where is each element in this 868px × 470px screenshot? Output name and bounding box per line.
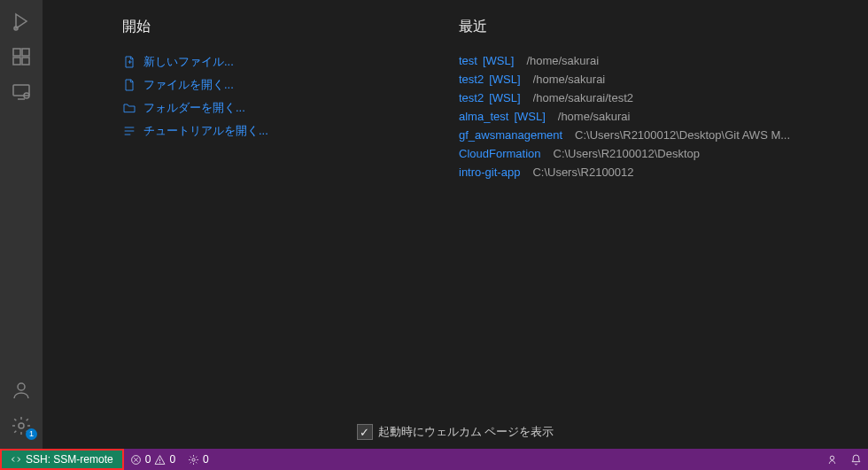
recent-item-name[interactable]: CloudFormation [459,147,541,160]
recent-item-tag: [WSL] [514,110,545,123]
extensions-icon[interactable] [0,39,43,74]
start-item-label: ファイルを開く... [143,77,234,93]
svg-rect-2 [22,49,29,56]
open-folder-icon [122,101,136,115]
recent-item: test2[WSL]/home/sakurai/test2 [459,91,833,104]
svg-point-10 [160,462,161,463]
remote-icon [11,454,21,465]
svg-rect-3 [13,58,20,65]
recent-item-name[interactable]: test2 [459,73,484,86]
problems-status[interactable]: 0 0 [124,449,182,470]
remote-label: SSH: SSM-remote [26,453,113,466]
warning-icon [154,454,166,466]
recent-item: intro-git-appC:\Users\R2100012 [459,166,833,179]
start-item[interactable]: 新しいファイル... [122,54,406,70]
recent-item-name[interactable]: gf_awsmanagement [459,128,562,142]
recent-item-name[interactable]: test2 [459,91,484,104]
show-welcome-label: 起動時にウェルカム ページを表示 [378,424,554,440]
recent-item: test[WSL]/home/sakurai [459,54,833,67]
recent-item-path: /home/sakurai [533,73,606,86]
settings-gear-icon[interactable]: 1 [0,408,43,443]
recent-item: CloudFormationC:\Users\R2100012\Desktop [459,147,833,160]
start-item-label: 新しいファイル... [143,54,234,70]
activity-bar: 1 [0,0,43,449]
recent-item: test2[WSL]/home/sakurai [459,73,833,86]
new-file-icon [122,55,136,69]
run-debug-icon[interactable] [0,4,43,39]
recent-item-tag: [WSL] [489,73,520,86]
status-bar: SSH: SSM-remote 0 0 0 [0,449,868,470]
feedback-icon[interactable] [820,449,844,470]
svg-rect-4 [22,58,29,65]
start-heading: 開始 [122,18,406,36]
svg-point-7 [18,383,25,390]
accounts-icon[interactable] [0,373,43,408]
start-item[interactable]: ファイルを開く... [122,77,406,93]
remote-indicator[interactable]: SSH: SSM-remote [0,449,124,470]
recent-item-path: C:\Users\R2100012\Desktop [554,147,700,160]
recent-item-tag: [WSL] [489,91,520,104]
recent-item: gf_awsmanagementC:\Users\R2100012\Deskto… [459,128,833,142]
recent-item: alma_test[WSL]/home/sakurai [459,110,833,123]
recent-heading: 最近 [459,18,833,36]
recent-item-tag: [WSL] [483,54,514,67]
error-count: 0 [145,453,151,466]
start-item[interactable]: チュートリアルを開く... [122,123,406,139]
ports-status[interactable]: 0 [182,449,215,470]
settings-badge: 1 [26,428,37,440]
start-item-label: チュートリアルを開く... [143,123,268,139]
recent-item-name[interactable]: intro-git-app [459,166,520,179]
error-icon [130,454,142,466]
recent-item-path: C:\Users\R2100012\Desktop\Git AWS M... [575,128,790,142]
remote-explorer-icon[interactable] [0,74,43,110]
ports-count: 0 [203,453,209,466]
recent-item-path: /home/sakurai [526,54,599,67]
walkthrough-icon [122,124,136,138]
svg-point-8 [19,423,24,428]
recent-item-path: /home/sakurai [558,110,631,123]
editor-area: 開始 新しいファイル...ファイルを開く...フォルダーを開く...チュートリア… [43,0,868,449]
show-welcome-checkbox[interactable]: ✓ [357,424,373,440]
svg-rect-5 [13,85,29,96]
start-item[interactable]: フォルダーを開く... [122,100,406,116]
recent-item-name[interactable]: alma_test [459,110,508,123]
recent-item-name[interactable]: test [459,54,477,67]
svg-point-11 [192,458,195,460]
start-item-label: フォルダーを開く... [143,100,245,116]
notifications-icon[interactable] [844,449,868,470]
warning-count: 0 [169,453,175,466]
ports-icon [188,454,199,466]
recent-item-path: /home/sakurai/test2 [533,91,633,104]
recent-item-path: C:\Users\R2100012 [532,166,633,179]
svg-rect-1 [13,49,20,56]
svg-point-12 [830,456,833,459]
open-file-icon [122,78,136,92]
